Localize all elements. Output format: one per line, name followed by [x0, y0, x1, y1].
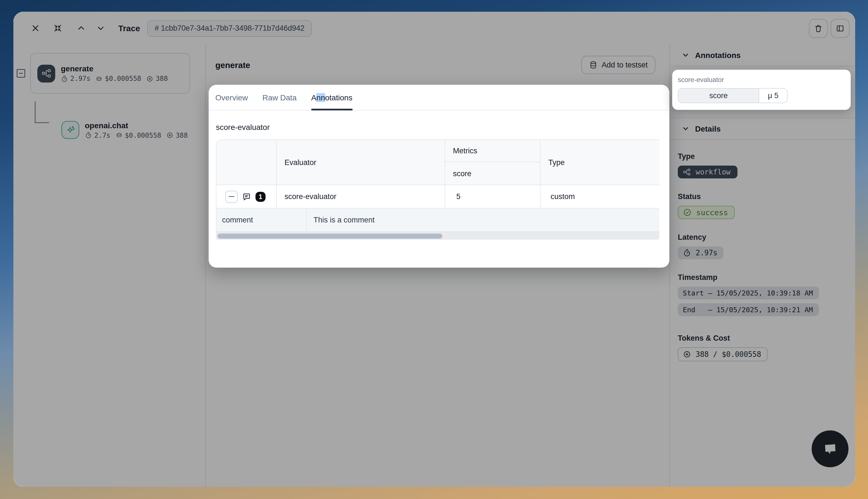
coins-icon [95, 75, 103, 82]
span-tree-sidebar: generate 2.97s $0.000558 [13, 45, 206, 487]
score-control: score μ 5 [678, 88, 788, 103]
minus-icon [229, 196, 234, 197]
row-actions-cell: 1 [216, 184, 277, 208]
comment-row: comment This is a comment [216, 208, 659, 232]
details-section-header[interactable]: Details [670, 118, 855, 139]
tree-node-generate[interactable]: generate 2.97s $0.000558 [30, 53, 190, 94]
plus-circle-icon [146, 75, 153, 82]
tree-collapse-toggle[interactable] [17, 69, 25, 77]
tab-bar: Overview Raw Data Annotations [209, 85, 670, 110]
check-circle-icon [683, 208, 692, 217]
tree-connector-horizontal [35, 122, 49, 123]
tokens-stat: 388 [166, 131, 188, 139]
start-timestamp-badge: Start – 15/05/2025, 10:39:18 AM [678, 287, 819, 300]
latency-group: Latency 2.97s [678, 233, 847, 259]
latency-badge: 2.97s [678, 246, 724, 259]
annotations-content: score-evaluator Evaluator Metrics score … [209, 110, 670, 240]
chevron-down-icon [682, 125, 689, 132]
chat-bubble-icon [821, 439, 840, 458]
tokens-stat: 388 [146, 75, 168, 83]
workflow-icon [683, 168, 691, 176]
header-evaluator: Evaluator [277, 140, 445, 184]
chevron-down-icon [97, 24, 105, 32]
row-score-cell: 5 [445, 184, 541, 208]
coins-icon [116, 132, 123, 139]
annotation-evaluator-label: score-evaluator [678, 76, 845, 84]
page-background: Trace # 1cbb70e7-34a1-7bb7-3498-771b7d46… [0, 0, 868, 499]
sparkles-icon [61, 121, 79, 139]
close-icon [31, 24, 40, 32]
stopwatch-icon [61, 75, 68, 82]
active-tab-underline [311, 109, 352, 110]
type-badge: workflow [678, 166, 737, 179]
collapse-button[interactable] [50, 21, 65, 36]
scrollbar-thumb[interactable] [218, 234, 442, 239]
node-stats: 2.97s $0.000558 388 [61, 75, 168, 83]
workflow-icon [37, 64, 55, 82]
row-type-cell: custom [541, 184, 659, 208]
tab-annotations[interactable]: Annotations [311, 85, 352, 110]
comment-count-badge[interactable]: 1 [255, 192, 266, 202]
tab-label-part: A [311, 93, 316, 102]
chevron-up-icon [77, 24, 85, 32]
plus-circle-icon [166, 132, 173, 139]
annotations-table: Evaluator Metrics score Type [216, 139, 659, 232]
header-metrics: Metrics [445, 140, 541, 162]
comment-key-cell: comment [216, 208, 307, 231]
node-text: generate 2.97s $0.000558 [61, 64, 168, 83]
stopwatch-icon [85, 132, 92, 139]
details-sidebar: Annotations score-evaluator score μ 5 [670, 45, 855, 487]
next-span-button[interactable] [93, 21, 108, 36]
node-name: openai.chat [85, 121, 188, 130]
body-row: generate 2.97s $0.000558 [13, 45, 855, 487]
plus-circle-icon [683, 350, 691, 358]
annotations-table-viewport: Evaluator Metrics score Type [216, 139, 659, 240]
prev-span-button[interactable] [74, 21, 89, 36]
tab-raw-data[interactable]: Raw Data [263, 85, 297, 110]
annotation-score-card: score-evaluator score μ 5 [672, 70, 851, 110]
annotations-section-header[interactable]: Annotations [670, 45, 855, 66]
timestamp-group: Timestamp Start – 15/05/2025, 10:39:18 A… [678, 273, 847, 320]
horizontal-scrollbar[interactable] [216, 232, 659, 240]
status-group: Status success [678, 192, 847, 219]
compress-icon [53, 24, 62, 32]
stopwatch-icon [683, 249, 691, 257]
delete-trace-button[interactable] [809, 19, 828, 38]
row-evaluator-cell: score-evaluator [277, 184, 445, 208]
divider [670, 66, 855, 66]
span-title: generate [215, 60, 250, 70]
tab-label-selected-part: nn [316, 93, 325, 102]
score-metric-input[interactable]: score [678, 89, 759, 102]
tab-overview[interactable]: Overview [215, 85, 248, 110]
type-label: Type [678, 152, 847, 161]
annotations-tab-card: Overview Raw Data Annotations score-eval… [209, 85, 670, 268]
evaluator-section-title: score-evaluator [216, 123, 662, 132]
node-name: generate [61, 64, 168, 73]
header-metric-score: score [445, 162, 541, 184]
sidebar-layout-icon [836, 24, 845, 33]
minus-icon [19, 73, 23, 74]
close-button[interactable] [28, 21, 43, 36]
page-title: Trace [118, 23, 140, 33]
tab-label-part: otations [325, 93, 352, 102]
end-timestamp-badge: End – 15/05/2025, 10:39:21 AM [678, 303, 819, 316]
trace-modal: Trace # 1cbb70e7-34a1-7bb7-3498-771b7d46… [13, 12, 855, 487]
add-to-testset-label: Add to testset [602, 61, 648, 69]
cost-stat: $0.000558 [116, 131, 161, 139]
tree-node-openai-chat[interactable]: openai.chat 2.7s $0.000558 [55, 111, 200, 148]
comment-icon[interactable] [242, 192, 252, 202]
annotations-section-label: Annotations [695, 51, 740, 60]
details-section-label: Details [695, 124, 721, 133]
latency-label: Latency [678, 233, 847, 241]
tokens-cost-group: Tokens & Cost 388 / $0.000558 [678, 334, 847, 361]
details-content: Type workflow Status [670, 140, 855, 361]
tokens-cost-label: Tokens & Cost [678, 334, 847, 342]
mean-value-badge: μ 5 [759, 89, 787, 102]
node-text: openai.chat 2.7s $0.000558 [85, 121, 188, 139]
span-detail-main: generate Add to testset Overview Raw Dat… [206, 45, 670, 487]
support-chat-button[interactable] [812, 430, 848, 467]
toggle-panel-button[interactable] [831, 19, 849, 38]
add-to-testset-button[interactable]: Add to testset [581, 56, 655, 74]
trace-id-badge[interactable]: # 1cbb70e7-34a1-7bb7-3498-771b7d46d942 [147, 20, 312, 37]
collapse-row-button[interactable] [225, 191, 238, 203]
